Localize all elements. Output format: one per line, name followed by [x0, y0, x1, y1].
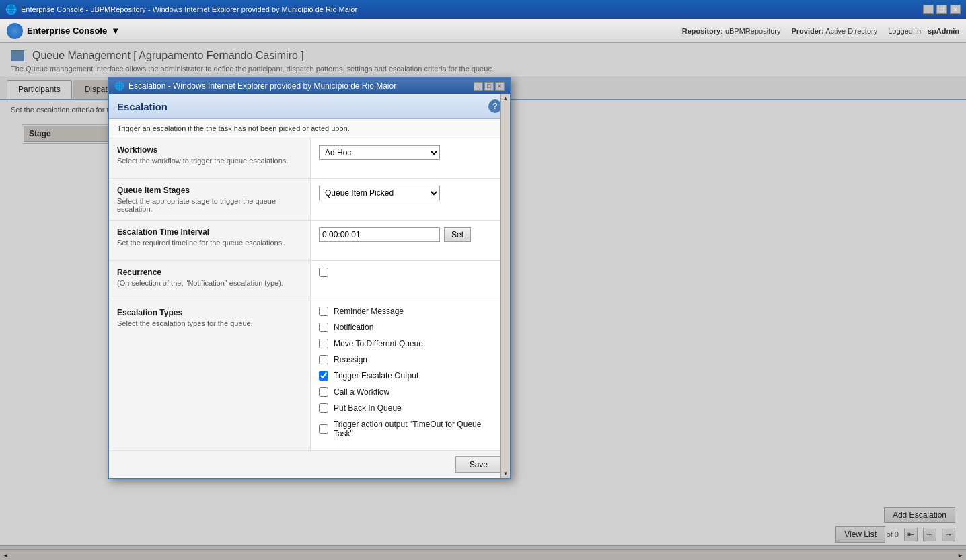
reassign-label: Reassign — [334, 355, 367, 364]
browser-close-btn[interactable]: × — [950, 5, 961, 14]
modal-window-controls[interactable]: _ □ × — [474, 82, 505, 91]
recurrence-section: Recurrence (On selection of the, "Notifi… — [109, 261, 510, 301]
esc-time-desc: Set the required timeline for the queue … — [117, 239, 302, 247]
workflows-desc: Select the workflow to trigger the queue… — [117, 157, 302, 165]
modal-body: Workflows Select the workflow to trigger… — [109, 138, 510, 450]
put-back-label: Put Back In Queue — [334, 403, 402, 413]
esc-types-control-col: Reminder Message Notification Move To Di… — [311, 301, 510, 450]
scroll-down-arrow[interactable]: ▼ — [502, 469, 510, 478]
esc-type-reassign-row: Reassign — [319, 355, 502, 364]
esc-time-label-col: Escalation Time Interval Set the require… — [109, 221, 311, 260]
recurrence-label-col: Recurrence (On selection of the, "Notifi… — [109, 261, 311, 301]
recurrence-checkbox-area — [319, 268, 328, 277]
move-queue-checkbox[interactable] — [319, 339, 328, 348]
reminder-label: Reminder Message — [334, 307, 404, 316]
trigger-escalate-label: Trigger Escalate Output — [334, 371, 418, 381]
save-button[interactable]: Save — [455, 456, 502, 473]
provider-info: Provider: Active Directory — [791, 27, 877, 35]
recurrence-desc: (On selection of the, "Notification" esc… — [117, 279, 302, 287]
queue-item-stages-section: Queue Item Stages Select the appropriate… — [109, 179, 510, 221]
main-content: Queue Management [ Agrupamento Fernando … — [0, 43, 966, 560]
move-queue-label: Move To Different Queue — [334, 339, 423, 348]
browser-titlebar: 🌐 Enterprise Console - uBPMRepository - … — [0, 0, 966, 19]
reassign-checkbox[interactable] — [319, 355, 328, 364]
scroll-up-arrow[interactable]: ▲ — [502, 94, 510, 103]
modal-header: Escalation ? — [109, 94, 510, 119]
browser-window-controls[interactable]: _ □ × — [923, 5, 961, 14]
stages-desc: Select the appropriate stage to trigger … — [117, 197, 302, 213]
modal-title: Escalation — [117, 101, 168, 112]
stages-label-col: Queue Item Stages Select the appropriate… — [109, 179, 311, 220]
esc-types-label-col: Escalation Types Select the escalation t… — [109, 301, 311, 450]
esc-time-control-col: Set — [311, 221, 510, 260]
stages-select[interactable]: Queue Item Picked — [319, 186, 440, 200]
esc-type-call-workflow-row: Call a Workflow — [319, 387, 502, 397]
set-time-button[interactable]: Set — [444, 227, 471, 242]
escalation-time-section: Escalation Time Interval Set the require… — [109, 221, 510, 261]
esc-type-trigger-escalate-row: Trigger Escalate Output — [319, 371, 502, 381]
modal-scrollbar[interactable]: ▲ ▼ — [500, 94, 510, 478]
logo-area: Enterprise Console ▼ — [7, 23, 120, 39]
trigger-escalate-checkbox[interactable] — [319, 371, 328, 381]
modal-description: Trigger an escalation if the the task ha… — [109, 119, 510, 138]
notification-label: Notification — [334, 323, 373, 332]
app-name: Enterprise Console — [27, 26, 107, 36]
esc-time-input[interactable] — [319, 227, 440, 242]
modal-footer: Save — [109, 450, 510, 478]
app-logo-icon — [7, 23, 23, 39]
dropdown-arrow-icon[interactable]: ▼ — [111, 26, 120, 36]
trigger-timeout-checkbox[interactable] — [319, 424, 328, 434]
browser-minimize-btn[interactable]: _ — [923, 5, 934, 14]
trigger-timeout-label: Trigger action output "TimeOut for Queue… — [334, 419, 502, 438]
modal-close-btn[interactable]: × — [495, 82, 505, 91]
modal-title-left: 🌐 Escalation - Windows Internet Explorer… — [114, 81, 396, 91]
recurrence-checkbox[interactable] — [319, 268, 328, 277]
escalation-types-section: Escalation Types Select the escalation t… — [109, 301, 510, 450]
workflows-label-col: Workflows Select the workflow to trigger… — [109, 138, 311, 178]
logged-in-info: Logged In - spAdmin — [888, 27, 959, 35]
app-header: Enterprise Console ▼ Repository: uBPMRep… — [0, 19, 966, 43]
modal-titlebar-text: Escalation - Windows Internet Explorer p… — [128, 81, 396, 91]
workflows-section: Workflows Select the workflow to trigger… — [109, 138, 510, 179]
browser-ie-icon: 🌐 — [5, 4, 17, 15]
stages-control-col: Queue Item Picked — [311, 179, 510, 220]
stages-title: Queue Item Stages — [117, 186, 302, 195]
browser-title-text: Enterprise Console - uBPMRepository - Wi… — [21, 5, 357, 13]
esc-type-notification-row: Notification — [319, 323, 502, 332]
workflows-select[interactable]: Ad Hoc — [319, 145, 440, 160]
call-workflow-checkbox[interactable] — [319, 387, 328, 397]
recurrence-title: Recurrence — [117, 268, 302, 277]
esc-type-trigger-timeout-row: Trigger action output "TimeOut for Queue… — [319, 419, 502, 438]
esc-type-put-back-row: Put Back In Queue — [319, 403, 502, 413]
call-workflow-label: Call a Workflow — [334, 387, 389, 397]
esc-time-title: Escalation Time Interval — [117, 227, 302, 237]
header-info-area: Repository: uBPMRepository Provider: Act… — [682, 27, 959, 35]
esc-types-title: Escalation Types — [117, 308, 302, 317]
modal-restore-btn[interactable]: □ — [484, 82, 494, 91]
modal-minimize-btn[interactable]: _ — [474, 82, 483, 91]
notification-checkbox[interactable] — [319, 323, 328, 332]
esc-type-reminder-row: Reminder Message — [319, 307, 502, 316]
reminder-checkbox[interactable] — [319, 307, 328, 316]
esc-type-move-queue-row: Move To Different Queue — [319, 339, 502, 348]
help-icon[interactable]: ? — [488, 99, 502, 113]
browser-restore-btn[interactable]: □ — [936, 5, 947, 14]
browser-title-left: 🌐 Enterprise Console - uBPMRepository - … — [5, 4, 357, 15]
workflows-control-col: Ad Hoc — [311, 138, 510, 178]
esc-types-desc: Select the escalation types for the queu… — [117, 319, 302, 327]
escalation-modal: 🌐 Escalation - Windows Internet Explorer… — [108, 77, 511, 479]
put-back-checkbox[interactable] — [319, 403, 328, 413]
modal-titlebar: 🌐 Escalation - Windows Internet Explorer… — [109, 78, 510, 94]
repository-info: Repository: uBPMRepository — [682, 27, 781, 35]
workflows-title: Workflows — [117, 145, 302, 155]
modal-ie-icon: 🌐 — [114, 81, 124, 91]
recurrence-control-col — [311, 261, 510, 301]
